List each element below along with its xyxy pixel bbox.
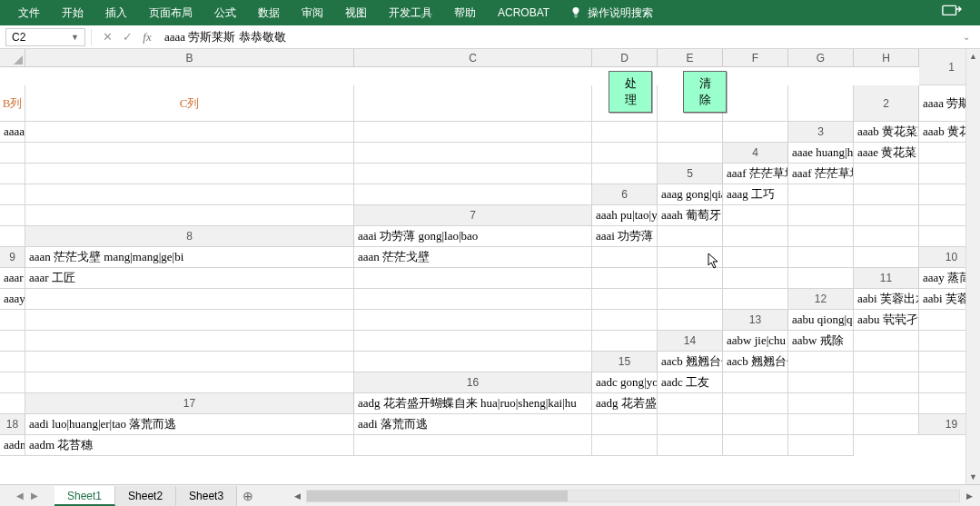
cell-blank[interactable]	[723, 205, 788, 226]
scroll-down-button[interactable]: ▼	[966, 470, 980, 484]
cell-C13[interactable]: aabu 茕茕孑立	[854, 310, 919, 331]
cell-C18[interactable]: aadi 落荒而逃	[354, 414, 592, 435]
cell-B1[interactable]: B列	[0, 85, 25, 122]
cell-blank[interactable]	[658, 310, 723, 331]
row-header-14[interactable]: 14	[658, 331, 723, 352]
horizontal-scrollbar[interactable]: ◀ ▶	[286, 490, 980, 502]
scroll-right-button[interactable]: ▶	[962, 491, 976, 501]
cell-blank[interactable]	[592, 268, 658, 289]
cell-blank[interactable]	[592, 310, 658, 331]
cell-C19[interactable]: aadm 花苔穗	[25, 435, 354, 456]
process-button[interactable]: 处理	[609, 71, 652, 113]
cell-blank[interactable]	[723, 247, 788, 268]
cell-blank[interactable]	[354, 164, 592, 184]
cell-blank[interactable]	[25, 331, 354, 352]
cell-blank[interactable]	[25, 122, 354, 143]
name-box[interactable]: C2 ▼	[5, 28, 85, 46]
cell-C6[interactable]: aaag 工巧	[723, 184, 788, 205]
cell-B4[interactable]: aaae huang|hua|cai 黄花菜	[788, 143, 854, 164]
ribbon-tab-公式[interactable]: 公式	[203, 0, 247, 25]
column-header-G[interactable]: G	[788, 49, 854, 67]
cell-blank[interactable]	[25, 352, 354, 372]
ribbon-tab-数据[interactable]: 数据	[247, 0, 291, 25]
select-all-corner[interactable]	[0, 49, 25, 67]
cell-B3[interactable]: aaab 黄花菜凉了 黄花菜都凉了 huang|hua|cai	[854, 122, 919, 143]
cell-B17[interactable]: aadg 花若盛开蝴蝶自来 hua|ruo|sheng|kai|hu	[354, 393, 592, 414]
row-header-4[interactable]: 4	[723, 143, 788, 164]
ribbon-tab-开始[interactable]: 开始	[51, 0, 94, 25]
row-header-12[interactable]: 12	[788, 289, 854, 310]
cell-blank[interactable]	[788, 435, 854, 456]
cell-blank[interactable]	[788, 184, 854, 205]
cell-blank[interactable]	[723, 226, 788, 247]
cell-B14[interactable]: aabw jie|chu 戒除	[723, 331, 788, 352]
cell-blank[interactable]	[354, 85, 592, 122]
cell-blank[interactable]	[592, 414, 658, 435]
cell-blank[interactable]	[854, 205, 919, 226]
row-header-17[interactable]: 17	[25, 393, 354, 414]
cell-blank[interactable]	[0, 226, 25, 247]
cell-blank[interactable]	[354, 435, 592, 456]
cell-blank[interactable]	[723, 414, 788, 435]
row-header-8[interactable]: 8	[25, 226, 354, 247]
accept-formula-button[interactable]: ✓	[117, 28, 137, 46]
cell-blank[interactable]	[854, 164, 919, 184]
cell-blank[interactable]	[723, 85, 788, 122]
cell-C2[interactable]: aaaa 劳斯莱斯 恭恭敬敬	[0, 122, 25, 143]
cell-B16[interactable]: aadc gong|you 工友	[592, 372, 658, 393]
cell-C16[interactable]: aadc 工友	[658, 372, 723, 393]
ribbon-tab-视图[interactable]: 视图	[334, 0, 378, 25]
row-header-18[interactable]: 18	[0, 414, 25, 435]
cell-blank[interactable]	[658, 226, 723, 247]
cell-blank[interactable]	[658, 247, 723, 268]
cell-C4[interactable]: aaae 黄花菜	[854, 143, 919, 164]
cell-blank[interactable]	[788, 268, 854, 289]
sheet-tab-Sheet2[interactable]: Sheet2	[115, 486, 176, 506]
cell-blank[interactable]	[854, 184, 919, 205]
row-header-16[interactable]: 16	[354, 372, 592, 393]
cell-blank[interactable]	[354, 352, 592, 372]
scroll-track[interactable]	[966, 64, 980, 470]
cell-B5[interactable]: aaaf 茫茫草地 mang|mang|cao|di	[723, 164, 788, 184]
cell-blank[interactable]	[0, 184, 25, 205]
row-header-9[interactable]: 9	[0, 247, 25, 268]
vertical-scrollbar[interactable]: ▲ ▼	[965, 49, 980, 484]
cell-blank[interactable]	[592, 143, 658, 164]
scroll-up-button[interactable]: ▲	[966, 49, 980, 64]
ribbon-tab-插入[interactable]: 插入	[94, 0, 138, 25]
cell-B18[interactable]: aadi luo|huang|er|tao 落荒而逃	[25, 414, 354, 435]
cell-blank[interactable]	[723, 372, 788, 393]
cell-blank[interactable]	[592, 331, 658, 352]
formula-input[interactable]: aaaa 劳斯莱斯 恭恭敬敬	[157, 29, 958, 45]
grid[interactable]: BCDEFGH1B列C列2aaaa 劳斯莱斯 lao|si|lai|si 恭恭敬…	[0, 49, 980, 456]
cell-blank[interactable]	[25, 372, 354, 393]
cell-C5[interactable]: aaaf 茫茫草地	[788, 164, 854, 184]
cell-C17[interactable]: aadg 花若盛开蝴蝶自来	[592, 393, 658, 414]
cell-blank[interactable]	[854, 372, 919, 393]
cell-C10[interactable]: aaar 工匠	[25, 268, 354, 289]
row-header-7[interactable]: 7	[354, 205, 592, 226]
cell-B19[interactable]: aadm hua|tai|sui 花苔穗	[0, 435, 25, 456]
cell-C1[interactable]: C列	[25, 85, 354, 122]
cell-B7[interactable]: aaah pu|tao|ya 葡萄牙	[592, 205, 658, 226]
fx-button[interactable]: fx	[137, 28, 157, 46]
row-header-6[interactable]: 6	[592, 184, 658, 205]
cell-blank[interactable]	[854, 331, 919, 352]
hscroll-track[interactable]	[306, 490, 960, 502]
cell-blank[interactable]	[788, 247, 854, 268]
tab-next-button[interactable]: ▶	[31, 491, 38, 501]
cell-blank[interactable]	[658, 435, 723, 456]
cell-blank[interactable]	[854, 393, 919, 414]
cell-blank[interactable]	[658, 289, 723, 310]
tab-prev-button[interactable]: ◀	[16, 491, 24, 501]
cell-blank[interactable]	[788, 393, 854, 414]
clear-button[interactable]: 清除	[683, 71, 727, 113]
ribbon-tab-审阅[interactable]: 审阅	[291, 0, 334, 25]
cell-C7[interactable]: aaah 葡萄牙	[658, 205, 723, 226]
ribbon-tab-帮助[interactable]: 帮助	[443, 0, 487, 25]
cell-blank[interactable]	[658, 268, 723, 289]
cell-C11[interactable]: aaay 蒸茼蒿 劳苦功高	[0, 289, 25, 310]
cell-blank[interactable]	[592, 247, 658, 268]
cell-blank[interactable]	[592, 435, 658, 456]
cell-blank[interactable]	[354, 289, 592, 310]
